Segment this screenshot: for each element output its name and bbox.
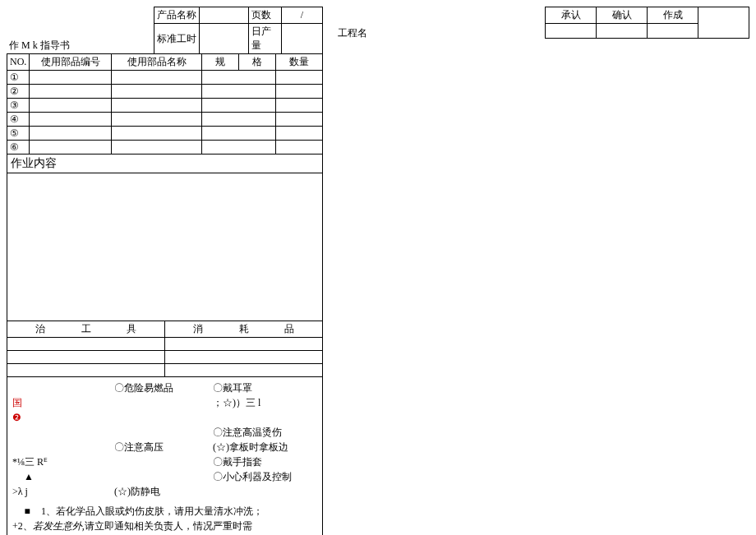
daily-output-value xyxy=(282,24,323,54)
consumables-cell xyxy=(165,338,323,351)
pages-sep: / xyxy=(282,7,323,24)
work-content-body xyxy=(7,173,323,321)
prod-name-value xyxy=(200,7,249,24)
work-content-table: 作业内容 xyxy=(7,154,323,321)
table-row: ② xyxy=(7,85,323,99)
approval-table: 承认 确认 作成 xyxy=(545,7,749,39)
tools-cell xyxy=(7,338,165,351)
approval-blank-cell xyxy=(698,7,749,39)
std-time-value xyxy=(200,24,249,54)
std-time-label: 标准工时 xyxy=(154,24,200,54)
parts-table: NO. 使用部品编号 使用部品名称 规 格 数量 ① ② ③ ④ ⑤ ⑥ xyxy=(7,53,323,155)
col-spec-a: 规 xyxy=(202,54,239,71)
tools-table: 治工具 消耗品 xyxy=(7,321,323,377)
col-no: NO. xyxy=(7,54,30,71)
notes-block: ■ 1、若化学品入眼或灼伤皮肤，请用大量清水冲洗； +2、若发生意外,请立即通知… xyxy=(12,504,317,535)
work-content-title: 作业内容 xyxy=(7,155,323,173)
col-spec-b: 格 xyxy=(239,54,276,71)
col-name: 使用部品名称 xyxy=(112,54,202,71)
approval-blank-cell xyxy=(597,24,648,39)
safety-box: 〇危险易燃品 〇戴耳罩 国 ❷ ；☆)）三 l 〇注意高温烫伤 〇注意高压 (☆… xyxy=(7,377,323,535)
approve-col: 承认 xyxy=(546,7,597,24)
create-col: 作成 xyxy=(648,7,698,24)
prod-name-label: 产品名称 xyxy=(154,7,200,24)
table-row: ① xyxy=(7,71,323,85)
col-code: 使用部品编号 xyxy=(30,54,112,71)
consumables-cell xyxy=(165,351,323,364)
table-row: ⑥ xyxy=(7,141,323,155)
eng-name-label: 工程名 xyxy=(338,26,387,40)
col-qty: 数量 xyxy=(276,54,323,71)
tools-cell xyxy=(7,351,165,364)
table-row: ⑤ xyxy=(7,127,323,141)
tools-cell xyxy=(7,364,165,377)
consumables-cell xyxy=(165,364,323,377)
pages-label: 页数 xyxy=(249,7,282,24)
approval-blank-cell xyxy=(648,24,698,39)
table-row: ③ xyxy=(7,99,323,113)
doc-title: 作 M k 指导书 xyxy=(7,7,154,54)
header-table: 作 M k 指导书 产品名称 页数 / 标准工时 日产量 xyxy=(7,7,323,54)
approval-blank-cell xyxy=(546,24,597,39)
confirm-col: 确认 xyxy=(597,7,648,24)
table-row: ④ xyxy=(7,113,323,127)
daily-output-label: 日产量 xyxy=(249,24,282,54)
